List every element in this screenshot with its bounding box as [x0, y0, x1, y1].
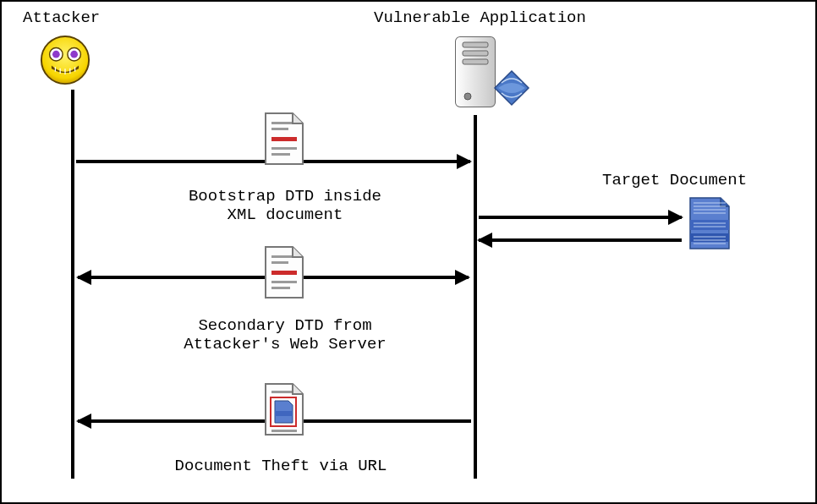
svg-rect-14 — [463, 59, 488, 64]
arrow-from-target — [479, 238, 682, 242]
attacker-lifeline — [71, 90, 74, 479]
svg-point-4 — [70, 51, 78, 58]
svg-rect-41 — [271, 430, 297, 432]
attacker-smiley-icon — [39, 34, 91, 86]
vulnerable-app-lifeline — [474, 115, 477, 479]
document-icon-theft — [260, 382, 307, 444]
document-icon-secondary — [260, 245, 307, 307]
svg-rect-33 — [271, 255, 292, 258]
msg2-label: Secondary DTD from Attacker's Web Server — [158, 316, 412, 353]
arrow-to-target — [479, 216, 682, 219]
svg-point-0 — [41, 36, 89, 84]
svg-rect-36 — [271, 281, 297, 283]
svg-rect-40 — [275, 411, 293, 416]
target-doc-label: Target Document — [602, 171, 747, 189]
diagram-canvas: Attacker Vulnerable Application Target D… — [0, 0, 817, 504]
svg-rect-37 — [271, 287, 290, 289]
msg3-label: Document Theft via URL — [137, 457, 425, 475]
svg-rect-22 — [690, 220, 729, 230]
svg-rect-13 — [463, 51, 488, 56]
svg-point-3 — [52, 51, 60, 58]
server-icon — [446, 30, 530, 119]
msg1-label: Bootstrap DTD inside XML document — [154, 187, 416, 224]
document-icon-bootstrap — [260, 112, 307, 173]
attacker-label: Attacker — [23, 8, 100, 27]
vulnerable-app-label: Vulnerable Application — [374, 8, 586, 27]
svg-rect-38 — [271, 391, 292, 393]
svg-point-15 — [464, 93, 471, 100]
svg-rect-21 — [271, 153, 290, 156]
svg-rect-12 — [463, 42, 488, 47]
svg-rect-17 — [271, 122, 292, 124]
svg-rect-35 — [271, 271, 297, 275]
svg-rect-19 — [271, 137, 297, 141]
svg-rect-20 — [271, 147, 297, 150]
svg-rect-34 — [271, 261, 288, 264]
svg-rect-23 — [690, 233, 729, 242]
target-document-icon — [687, 196, 732, 256]
svg-rect-18 — [271, 128, 288, 130]
